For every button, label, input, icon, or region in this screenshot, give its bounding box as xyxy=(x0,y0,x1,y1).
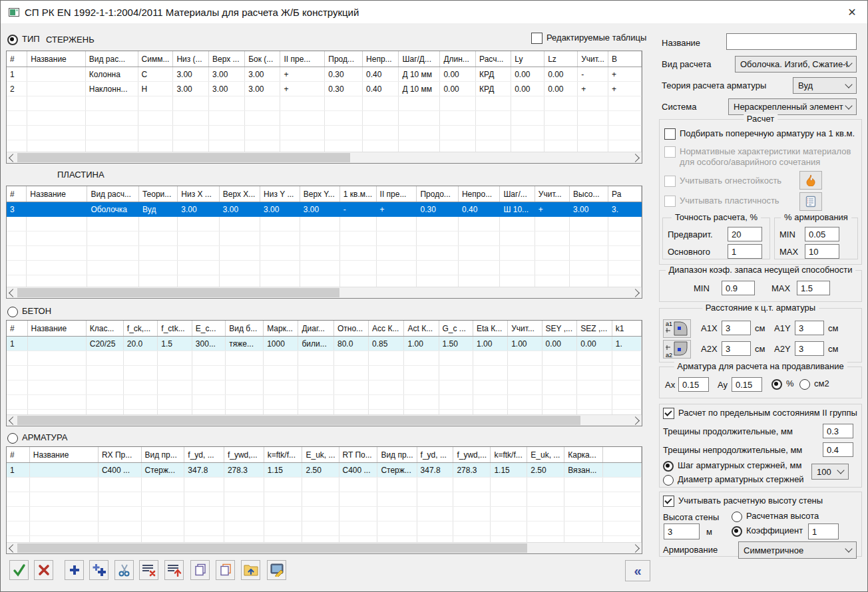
cell[interactable] xyxy=(27,395,86,410)
normative-checkbox[interactable]: Нормативные характеристики материалов дл… xyxy=(664,146,857,168)
cell[interactable] xyxy=(608,126,641,140)
paste-button[interactable] xyxy=(216,560,235,580)
plasticity-checkbox[interactable]: Учитывать пластичность xyxy=(664,196,779,207)
cell[interactable]: Н xyxy=(138,82,173,96)
column-header[interactable]: # xyxy=(7,321,27,337)
cell[interactable] xyxy=(158,366,192,380)
cell[interactable] xyxy=(608,96,641,111)
punching-percent-radio[interactable]: % xyxy=(771,378,794,390)
scroll-right-icon[interactable] xyxy=(631,544,640,553)
cell[interactable] xyxy=(98,478,141,492)
cell[interactable] xyxy=(363,111,399,126)
cell[interactable] xyxy=(399,126,440,140)
copy-button[interactable] xyxy=(190,560,210,580)
table-row[interactable]: 3ОболочкаВуд3.003.003.003.00-+0.300.40Ш … xyxy=(7,202,642,217)
safety-max-input[interactable] xyxy=(797,281,830,295)
crack-long-input[interactable] xyxy=(823,424,853,438)
column-header[interactable]: Вид пр... xyxy=(141,447,184,463)
cell[interactable] xyxy=(339,492,377,507)
column-header[interactable]: k1 xyxy=(612,321,641,337)
cell[interactable] xyxy=(500,246,535,261)
bar-step-select[interactable]: 100 xyxy=(811,464,849,480)
column-header[interactable]: Низ Y ... xyxy=(260,186,300,202)
cell[interactable] xyxy=(141,492,184,507)
cell[interactable] xyxy=(85,126,138,140)
cell[interactable] xyxy=(260,217,300,231)
column-header[interactable]: Симм... xyxy=(138,51,173,67)
cell[interactable] xyxy=(178,231,220,246)
cell[interactable] xyxy=(138,246,177,261)
cell[interactable] xyxy=(27,96,86,111)
cell[interactable] xyxy=(578,126,608,140)
apply-button[interactable] xyxy=(9,560,29,580)
cell[interactable]: 347.8 xyxy=(417,463,453,478)
cell[interactable]: Вязан... xyxy=(564,463,603,478)
cell[interactable] xyxy=(219,261,260,275)
cell[interactable] xyxy=(86,351,123,366)
column-header[interactable]: f_ywd,... xyxy=(453,447,491,463)
column-header[interactable]: Название xyxy=(27,186,87,202)
cell[interactable] xyxy=(123,351,158,366)
column-header[interactable]: Учит... xyxy=(535,186,569,202)
column-header[interactable]: k=ftk/f... xyxy=(264,447,302,463)
cell[interactable] xyxy=(570,231,608,246)
cell[interactable] xyxy=(473,380,508,395)
table-row[interactable] xyxy=(7,478,642,492)
cell[interactable] xyxy=(173,96,209,111)
cell[interactable] xyxy=(7,492,29,507)
cell[interactable] xyxy=(527,478,564,492)
cell[interactable] xyxy=(87,261,139,275)
cell[interactable] xyxy=(7,231,27,246)
export-button[interactable] xyxy=(267,560,286,580)
cell[interactable] xyxy=(439,380,473,395)
cell[interactable] xyxy=(27,126,86,140)
cell[interactable] xyxy=(123,395,158,410)
cell[interactable]: 3.00 xyxy=(300,202,339,217)
cell[interactable] xyxy=(578,96,608,111)
column-header[interactable]: SEY ,... xyxy=(542,321,577,337)
cell[interactable]: 3.00 xyxy=(260,202,300,217)
cell[interactable] xyxy=(7,261,27,275)
cell[interactable]: 3.00 xyxy=(208,67,244,82)
cell[interactable] xyxy=(208,111,244,126)
cell[interactable]: C20/25 xyxy=(86,337,123,351)
cell[interactable] xyxy=(439,351,473,366)
cell[interactable] xyxy=(7,507,29,521)
cell[interactable] xyxy=(564,478,603,492)
a1y-input[interactable] xyxy=(795,321,824,335)
cell[interactable]: 2.50 xyxy=(527,463,564,478)
cell[interactable]: Стерж... xyxy=(377,463,417,478)
cell[interactable]: 1.5 xyxy=(158,337,192,351)
cell[interactable] xyxy=(369,351,404,366)
cell[interactable] xyxy=(440,126,476,140)
cell[interactable] xyxy=(264,366,298,380)
cell[interactable] xyxy=(570,217,608,231)
cell[interactable] xyxy=(570,246,608,261)
table-armatura[interactable]: #НазваниеRX Пр...Вид пр...f_yd, ...f_ywd… xyxy=(6,446,642,554)
cell[interactable] xyxy=(138,126,173,140)
cell[interactable] xyxy=(417,246,458,261)
cell[interactable] xyxy=(417,261,458,275)
collapse-button[interactable]: « xyxy=(625,560,650,581)
column-header[interactable]: SEZ ,... xyxy=(577,321,612,337)
cell[interactable]: Ш 10... xyxy=(500,202,535,217)
hscrollbar[interactable] xyxy=(7,152,642,163)
cell[interactable] xyxy=(264,507,302,521)
a1x-input[interactable] xyxy=(722,321,751,335)
cell[interactable]: 3 xyxy=(7,202,27,217)
cell[interactable] xyxy=(612,395,641,410)
cell[interactable] xyxy=(508,395,542,410)
column-header[interactable]: Высо... xyxy=(570,186,608,202)
scroll-left-icon[interactable] xyxy=(9,289,17,297)
cell[interactable] xyxy=(473,351,508,366)
table-row[interactable] xyxy=(7,96,642,111)
cell[interactable]: С xyxy=(138,67,173,82)
cell[interactable] xyxy=(564,492,603,507)
cell[interactable] xyxy=(178,246,220,261)
cell[interactable]: 0.40 xyxy=(458,202,499,217)
calc-type-select[interactable]: Оболочка. Изгиб, Сжатие-І xyxy=(735,56,857,73)
scroll-thumb[interactable] xyxy=(17,288,339,297)
cell[interactable]: 0.00 xyxy=(440,82,476,96)
column-header[interactable]: Непр... xyxy=(363,51,399,67)
cell[interactable] xyxy=(245,111,280,126)
